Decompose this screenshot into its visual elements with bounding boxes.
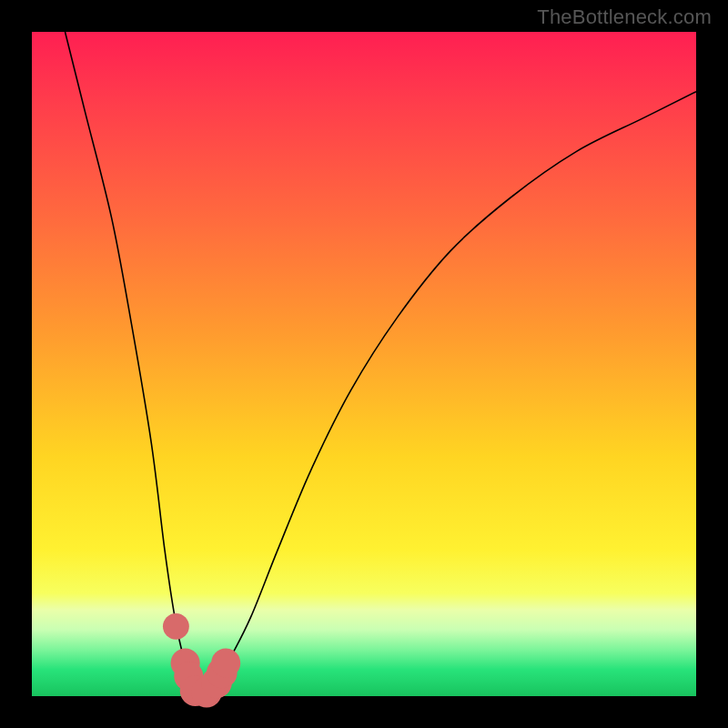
highlight-dot [211, 648, 240, 677]
highlight-dot [163, 613, 189, 640]
curve-svg [32, 32, 696, 696]
plot-area [32, 32, 696, 696]
watermark-text: TheBottleneck.com [537, 5, 712, 29]
highlight-dots [163, 613, 240, 708]
bottleneck-curve [66, 32, 697, 697]
chart-frame: TheBottleneck.com [0, 0, 728, 728]
